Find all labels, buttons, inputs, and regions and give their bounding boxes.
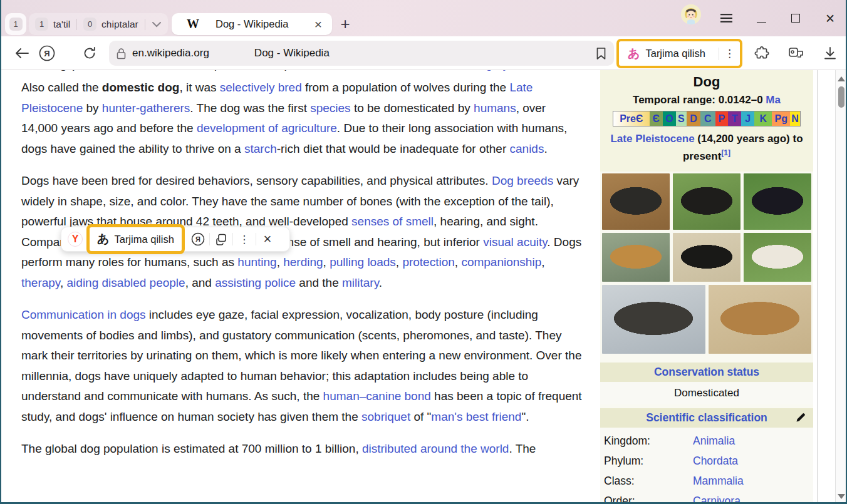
wiki-link[interactable]: aiding disabled people	[67, 276, 185, 289]
geo-period-segment[interactable]: K	[754, 111, 772, 126]
taxonomy-rank: Class:	[604, 475, 693, 488]
scientific-classification-header[interactable]: Scientific classification	[600, 408, 813, 428]
translate-label: Tarjima qilish	[645, 48, 714, 59]
window-minimize-button[interactable]	[751, 9, 772, 28]
geo-period-segment[interactable]: C	[700, 111, 715, 126]
downloads-icon[interactable]	[819, 36, 841, 70]
scroll-thumb[interactable]	[838, 86, 844, 108]
geo-period-segment[interactable]: P	[715, 111, 728, 126]
wiki-link[interactable]: [1]	[721, 148, 730, 157]
wiki-link[interactable]: humans	[474, 101, 516, 115]
wikipedia-favicon: W	[187, 17, 199, 31]
wiki-link[interactable]: protection	[402, 255, 454, 269]
profile-avatar[interactable]	[681, 4, 701, 24]
bookmark-icon[interactable]	[596, 47, 606, 60]
geo-period-segment[interactable]: D	[687, 111, 701, 126]
popup-translate-button[interactable]: Tarjima qilish	[114, 234, 174, 245]
wiki-link[interactable]: military	[342, 276, 379, 289]
content-edge-divider	[817, 70, 818, 504]
window-close-button[interactable]: ×	[819, 9, 841, 28]
tab-group-chiptalar[interactable]: 0 chiptalar	[83, 18, 138, 31]
menu-hamburger-icon[interactable]	[715, 9, 737, 28]
browser-window: 1 1 ta'til 0 chiptalar W Dog - Wikipedia…	[0, 0, 847, 504]
wiki-link[interactable]: hunting	[237, 255, 276, 269]
wiki-link[interactable]: human–canine bond	[323, 389, 431, 403]
scroll-up-arrow[interactable]	[838, 76, 845, 81]
popup-close-icon[interactable]: ×	[258, 231, 277, 247]
wiki-link[interactable]: selectively bred	[220, 81, 302, 94]
wiki-link[interactable]: development of agriculture	[197, 121, 337, 135]
dog-photo[interactable]	[744, 173, 811, 230]
back-icon[interactable]	[11, 36, 33, 70]
wiki-link[interactable]: species	[310, 101, 350, 115]
conservation-status-header[interactable]: Conservation status	[600, 363, 813, 382]
taxonomy-value-link[interactable]: Carnivora	[693, 495, 740, 504]
taxonomy-value-link[interactable]: Mammalia	[693, 475, 744, 488]
wiki-link[interactable]: pulling loads	[330, 255, 396, 269]
text-run: from a population of wolves during the	[302, 81, 510, 94]
dog-photo[interactable]	[602, 233, 670, 282]
wiki-link[interactable]: man's best friend	[431, 410, 521, 423]
wiki-link[interactable]: distributed around the world	[362, 442, 509, 455]
taxonomy-rank: Order:	[604, 495, 693, 504]
dog-photo[interactable]	[673, 233, 740, 282]
tab-close-icon[interactable]: ×	[314, 18, 322, 31]
tab-group-indicator[interactable]: 1	[5, 13, 26, 35]
geo-period-segment[interactable]: O	[663, 111, 676, 126]
wiki-link[interactable]: canids	[510, 142, 544, 155]
copy-icon[interactable]	[212, 233, 231, 245]
wiki-link[interactable]: gray wolf	[486, 70, 533, 71]
wiki-link[interactable]: Late Pleistocene	[610, 133, 694, 145]
tab-group-tatil[interactable]: 1 ta'til	[35, 18, 70, 31]
geo-period-segment[interactable]: PreЄ	[613, 111, 650, 126]
dog-photo[interactable]	[744, 233, 811, 282]
address-bar[interactable]: en.wikipedia.org Dog - Wikipedia	[109, 41, 614, 66]
passwords-key-icon[interactable]	[786, 36, 807, 70]
yandex-alice-icon[interactable]: Я	[38, 36, 56, 70]
wiki-link[interactable]: therapy	[21, 276, 60, 289]
yandex-logo-icon[interactable]: Y	[68, 232, 83, 247]
active-tab[interactable]: W Dog - Wikipedia ×	[172, 13, 332, 35]
geo-period-segment[interactable]: T	[728, 111, 741, 126]
window-maximize-button[interactable]	[785, 9, 806, 28]
selection-toolbar: Y あ Tarjima qilish Я ⋮ ×	[61, 227, 290, 252]
chevron-down-icon[interactable]	[152, 21, 162, 28]
divider	[719, 48, 719, 60]
wiki-link[interactable]: sobriquet	[361, 410, 410, 423]
wiki-link[interactable]: herding	[283, 255, 323, 269]
refresh-icon[interactable]	[80, 36, 99, 70]
wiki-link[interactable]: starch	[244, 142, 277, 155]
ma-link[interactable]: Ma	[766, 94, 781, 106]
extensions-puzzle-icon[interactable]	[752, 36, 772, 70]
translate-button[interactable]: あ Tarjima qilish ⋮	[619, 41, 740, 66]
wiki-link[interactable]: visual acuity	[483, 235, 547, 249]
popup-kebab-icon[interactable]: ⋮	[235, 234, 254, 245]
dog-silhouette	[751, 242, 804, 273]
dog-photo[interactable]	[602, 285, 705, 354]
geo-period-segment[interactable]: N	[790, 111, 800, 126]
geo-period-segment[interactable]: S	[676, 111, 687, 126]
edit-pencil-icon[interactable]	[796, 413, 806, 423]
new-tab-button[interactable]: +	[335, 13, 355, 35]
taxonomy-value-link[interactable]: Chordata	[693, 455, 738, 468]
dog-photo[interactable]	[602, 173, 670, 230]
geo-period-segment[interactable]: Є	[650, 111, 663, 126]
translate-menu-kebab-icon[interactable]: ⋮	[724, 48, 735, 59]
wiki-link[interactable]: hunter-gatherers	[102, 101, 190, 115]
scrollbar[interactable]	[835, 70, 846, 504]
temporal-range-detail: Late Pleistocene (14,200 years ago) to p…	[604, 130, 809, 165]
search-yandex-icon[interactable]: Я	[189, 232, 207, 246]
scroll-down-arrow[interactable]	[838, 494, 845, 499]
geo-period-segment[interactable]: J	[741, 111, 754, 126]
dog-photo[interactable]	[709, 285, 812, 354]
dog-photo[interactable]	[673, 173, 740, 230]
wiki-link[interactable]: companionship	[461, 255, 541, 269]
wiki-link[interactable]: Dog breeds	[492, 174, 553, 187]
wiki-link[interactable]: assisting police	[215, 276, 296, 289]
wiki-link[interactable]: Communication in dogs	[21, 308, 146, 321]
infobox-header-section: Dog Temporal range: 0.0142–0 Ma PreЄЄOSD…	[600, 70, 813, 172]
taxonomy-value-link[interactable]: Animalia	[693, 435, 735, 448]
geo-period-segment[interactable]: Pg	[772, 111, 790, 126]
wiki-link[interactable]: senses of smell	[351, 215, 434, 228]
text-run: -rich diet that would be inadequate for …	[277, 142, 510, 155]
